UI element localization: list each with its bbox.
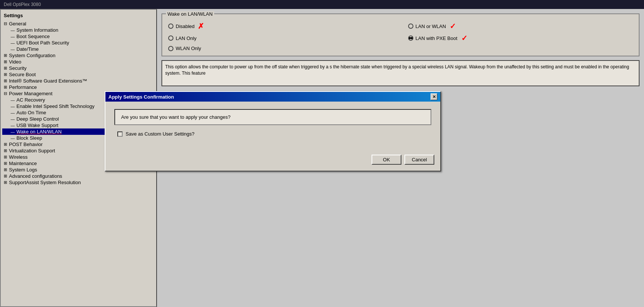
title-bar: Dell OptiPlex 3080 (0, 0, 644, 9)
window-title: Dell OptiPlex 3080 (4, 2, 41, 7)
dialog-message: Are you sure that you want to apply your… (121, 114, 231, 120)
dialog-content: Are you sure that you want to apply your… (105, 102, 440, 152)
dialog-overlay: Apply Settings Confirmation ✕ Are you su… (0, 9, 644, 307)
dialog-close-button[interactable]: ✕ (431, 93, 437, 100)
bios-container: Settings ⊟General—System Information—Boo… (0, 9, 644, 307)
save-custom-checkbox[interactable] (117, 131, 123, 137)
cancel-button[interactable]: Cancel (404, 155, 434, 165)
dialog-checkbox-row[interactable]: Save as Custom User Settings? (114, 131, 431, 137)
dialog-buttons: OK Cancel (105, 152, 440, 171)
save-custom-label: Save as Custom User Settings? (126, 131, 194, 137)
ok-button[interactable]: OK (372, 155, 401, 165)
dialog-title: Apply Settings Confirmation (108, 94, 174, 100)
apply-settings-dialog: Apply Settings Confirmation ✕ Are you su… (105, 91, 441, 171)
dialog-message-box: Are you sure that you want to apply your… (114, 109, 431, 125)
dialog-titlebar: Apply Settings Confirmation ✕ (105, 92, 440, 102)
